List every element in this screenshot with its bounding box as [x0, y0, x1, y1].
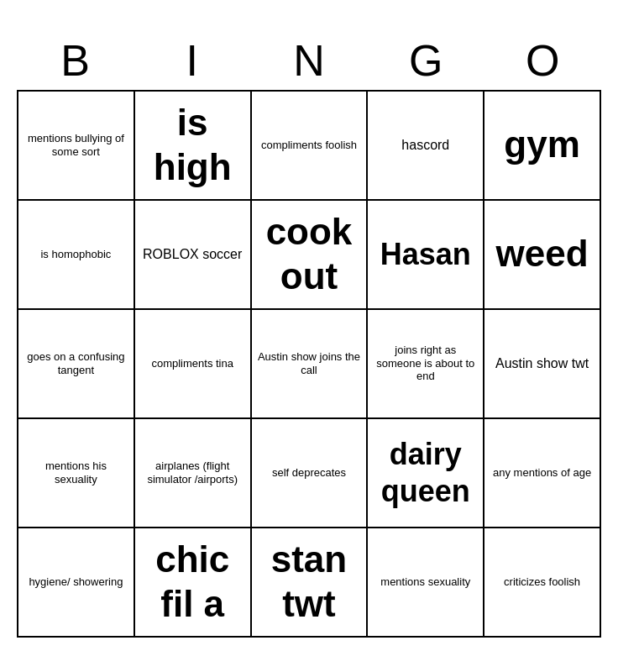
bingo-cell-23[interactable]: mentions sexuality	[368, 528, 484, 638]
bingo-grid: mentions bullying of some sortis highcom…	[17, 90, 601, 638]
cell-text-8: Hasan	[380, 236, 471, 272]
cell-text-15: mentions his sexuality	[24, 459, 128, 486]
cell-text-21: chic fil a	[140, 538, 245, 627]
bingo-cell-5[interactable]: is homophobic	[18, 201, 135, 310]
cell-text-5: is homophobic	[40, 248, 111, 261]
bingo-cell-15[interactable]: mentions his sexuality	[18, 419, 135, 528]
bingo-cell-12[interactable]: Austin show joins the call	[252, 310, 369, 419]
cell-text-0: mentions bullying of some sort	[24, 132, 128, 158]
cell-text-4: gym	[504, 123, 579, 167]
bingo-cell-13[interactable]: joins right as someone is about to end	[368, 310, 484, 419]
cell-text-6: ROBLOX soccer	[143, 246, 242, 262]
bingo-cell-1[interactable]: is high	[135, 92, 252, 201]
header-letter-g: G	[371, 35, 480, 86]
header-letter-b: B	[21, 35, 130, 86]
cell-text-16: airplanes (flight simulator /airports)	[140, 459, 245, 486]
cell-text-19: any mentions of age	[493, 466, 591, 480]
cell-text-13: joins right as someone is about to end	[373, 344, 478, 383]
bingo-cell-21[interactable]: chic fil a	[135, 528, 252, 638]
cell-text-1: is high	[140, 101, 245, 190]
bingo-cell-24[interactable]: criticizes foolish	[484, 528, 601, 638]
cell-text-24: criticizes foolish	[504, 575, 580, 589]
bingo-cell-20[interactable]: hygiene/ showering	[18, 528, 135, 638]
bingo-cell-18[interactable]: dairy queen	[368, 419, 484, 528]
bingo-header: BINGO	[17, 27, 601, 90]
bingo-card: BINGO mentions bullying of some sortis h…	[0, 18, 618, 654]
bingo-cell-2[interactable]: compliments foolish	[252, 92, 369, 201]
bingo-cell-6[interactable]: ROBLOX soccer	[135, 201, 252, 310]
bingo-cell-10[interactable]: goes on a confusing tangent	[18, 310, 135, 419]
cell-text-11: compliments tina	[151, 357, 233, 370]
header-letter-o: O	[488, 35, 597, 86]
cell-text-12: Austin show joins the call	[257, 350, 362, 376]
cell-text-17: self deprecates	[272, 466, 346, 480]
cell-text-2: compliments foolish	[261, 139, 357, 152]
bingo-cell-4[interactable]: gym	[484, 92, 601, 201]
bingo-cell-19[interactable]: any mentions of age	[484, 419, 601, 528]
bingo-cell-14[interactable]: Austin show twt	[484, 310, 601, 419]
cell-text-14: Austin show twt	[495, 355, 589, 371]
cell-text-10: goes on a confusing tangent	[24, 350, 128, 376]
bingo-cell-22[interactable]: stan twt	[252, 528, 369, 638]
cell-text-20: hygiene/ showering	[29, 575, 123, 589]
cell-text-18: dairy queen	[373, 436, 478, 508]
cell-text-7: cook out	[257, 210, 362, 299]
bingo-cell-8[interactable]: Hasan	[368, 201, 484, 310]
bingo-cell-7[interactable]: cook out	[252, 201, 369, 310]
cell-text-23: mentions sexuality	[380, 575, 470, 589]
header-letter-i: I	[138, 35, 247, 86]
bingo-cell-9[interactable]: weed	[484, 201, 601, 310]
cell-text-22: stan twt	[257, 538, 362, 627]
bingo-cell-3[interactable]: hascord	[368, 92, 484, 201]
bingo-cell-0[interactable]: mentions bullying of some sort	[18, 92, 135, 201]
bingo-cell-16[interactable]: airplanes (flight simulator /airports)	[135, 419, 252, 528]
bingo-cell-11[interactable]: compliments tina	[135, 310, 252, 419]
cell-text-3: hascord	[401, 137, 449, 153]
cell-text-9: weed	[496, 232, 589, 276]
header-letter-n: N	[254, 35, 364, 86]
bingo-cell-17[interactable]: self deprecates	[252, 419, 369, 528]
